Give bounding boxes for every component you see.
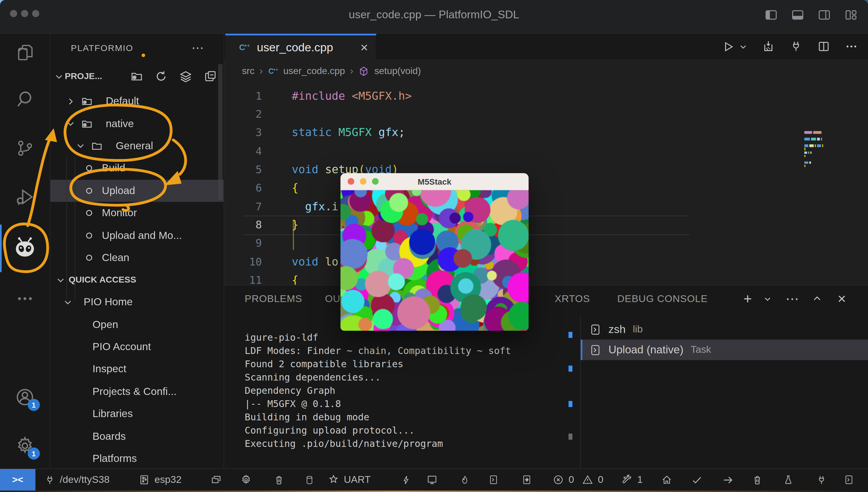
tree-item-general[interactable]: General [50,135,224,157]
upload-status-icon[interactable] [521,469,532,491]
plug-icon[interactable] [816,469,827,491]
quick-access-item-platforms[interactable]: Platforms [50,447,224,470]
breadcrumb-src[interactable]: src [242,66,255,77]
sidebar-scrollbar[interactable] [218,64,222,200]
board-item[interactable]: esp32 [138,469,182,491]
tab-problems[interactable]: PROBLEMS [245,286,302,312]
code-line-1[interactable]: 1#include <M5GFX.h> [224,87,868,105]
code-line-2[interactable]: 2 [224,105,868,123]
serial-port-item[interactable]: /dev/ttyS38 [44,469,110,491]
tasks-item[interactable]: 1 [621,469,643,491]
settings-gear-icon[interactable]: 1 [0,435,50,456]
quick-access-section-header[interactable]: QUICK ACCESS [50,269,224,291]
split-editor-icon[interactable] [817,40,830,53]
clean-trash-icon[interactable] [274,469,285,491]
quick-access-item-inspect[interactable]: Inspect [50,358,224,380]
panel-more-actions-icon[interactable]: ⋯ [785,286,799,312]
editor-more-actions-icon[interactable] [845,40,858,53]
quick-access-item-projects-confi-[interactable]: Projects & Confi... [50,380,224,403]
add-project-icon[interactable] [130,69,143,83]
upload-icon[interactable] [762,40,775,53]
code-line-8[interactable]: 8} [224,215,868,233]
sidebar-more-actions-icon[interactable]: ⋯ [192,41,205,55]
maximize-panel-icon[interactable] [812,286,822,312]
trash-icon[interactable] [752,469,763,491]
project-env-folder-icon[interactable] [211,469,222,491]
m5stack-close-button[interactable] [348,178,355,185]
collapse-all-icon[interactable] [204,69,217,83]
tab-user-code-cpp[interactable]: C++ user_code.cpp × [225,34,376,59]
tree-item-build[interactable]: Build [50,157,224,180]
code-line-5[interactable]: 5void setup(void) [224,160,868,178]
tab-debug-console[interactable]: DEBUG CONSOLE [617,286,708,312]
quick-access-item-pio-account[interactable]: PIO Account [50,336,224,358]
run-file-icon[interactable] [722,40,747,53]
breadcrumb-symbol[interactable]: setup(void) [374,66,421,77]
quick-access-item-libraries[interactable]: Libraries [50,403,224,425]
more-views-icon[interactable] [0,289,50,308]
m5stack-titlebar[interactable]: M5Stack [341,173,529,190]
code-line-10[interactable]: 10void lo [224,252,868,270]
tab-xrtos[interactable]: XRTOS [555,286,590,312]
code-line-6[interactable]: 6{ [224,178,868,197]
arrow-right-icon[interactable] [722,469,734,491]
terminal-status-icon[interactable] [844,469,854,491]
code-line-9[interactable]: 9 [224,233,868,252]
quick-access-item-pio-home[interactable]: PIO Home [50,291,224,313]
platformio-icon[interactable] [0,236,50,262]
run-debug-icon[interactable] [0,187,50,207]
m5stack-zoom-button[interactable] [372,178,379,185]
quick-access-item-open[interactable]: Open [50,313,224,336]
customize-layout-icon[interactable] [844,8,858,22]
code-editor[interactable]: 1#include <M5GFX.h>23static M5GFX gfx;45… [224,82,868,285]
new-terminal-icon[interactable]: + [744,286,752,312]
tree-item-monitor[interactable]: Monitor [50,202,224,224]
terminal-dropdown-chevron-icon[interactable] [764,286,772,312]
group-tasks-icon[interactable] [179,69,193,83]
terminal-status-icon[interactable] [488,469,499,491]
tree-item-clean[interactable]: Clean [50,247,224,269]
terminal-instance-upload-native-[interactable]: Upload (native)Task [581,340,868,360]
close-panel-icon[interactable]: × [838,286,846,312]
bolt-icon[interactable] [401,469,412,491]
toggle-primary-sidebar-icon[interactable] [764,8,778,22]
breadcrumb-file[interactable]: user_code.cpp [283,66,345,77]
code-line-3[interactable]: 3static M5GFX gfx; [224,123,868,141]
accounts-icon[interactable]: 1 [0,387,50,408]
terminal-output[interactable]: igure-pio-ldfLDF Modes: Finder ~ chain, … [245,331,511,450]
project-tasks-section-header[interactable]: PROJE... [50,63,224,90]
toggle-panel-icon[interactable] [791,8,805,22]
tree-item-label: General [116,140,153,152]
database-icon[interactable] [304,469,314,491]
m5stack-window-controls[interactable] [348,178,379,185]
search-icon[interactable] [0,90,50,110]
refresh-icon[interactable] [155,69,168,83]
error-count: 0 [569,474,574,486]
tree-item-upload-and-mo-[interactable]: Upload and Mo... [50,224,224,247]
flame-icon[interactable] [460,469,470,491]
toggle-secondary-sidebar-icon[interactable] [817,8,832,22]
test-flask-icon[interactable] [783,469,794,491]
check-icon[interactable] [691,469,703,491]
code-line-7[interactable]: 7 gfx.i [224,197,868,215]
remote-indicator[interactable]: >< [0,469,36,491]
quick-access-list: PIO HomeOpenPIO AccountInspectProjects &… [50,291,224,470]
uart-item[interactable]: UART [328,469,371,491]
home-icon[interactable] [661,469,673,491]
configure-gear-icon[interactable] [240,469,252,491]
problems-item[interactable]: 0 0 [553,469,604,491]
display-icon[interactable] [426,469,438,491]
explorer-icon[interactable] [0,43,50,63]
tree-item-default[interactable]: Default [50,90,224,113]
m5stack-minimize-button[interactable] [360,178,367,185]
tree-item-upload[interactable]: Upload [50,180,224,202]
terminal-instance-zsh[interactable]: zshlib [581,319,868,340]
minimap[interactable] [804,131,857,168]
serial-monitor-plug-icon[interactable] [790,40,803,53]
quick-access-item-boards[interactable]: Boards [50,425,224,447]
tree-item-native[interactable]: native [50,113,224,135]
m5stack-window[interactable]: M5Stack [341,173,529,331]
close-tab-icon[interactable]: × [360,40,368,55]
source-control-icon[interactable] [0,138,50,158]
code-line-4[interactable]: 4 [224,142,868,160]
